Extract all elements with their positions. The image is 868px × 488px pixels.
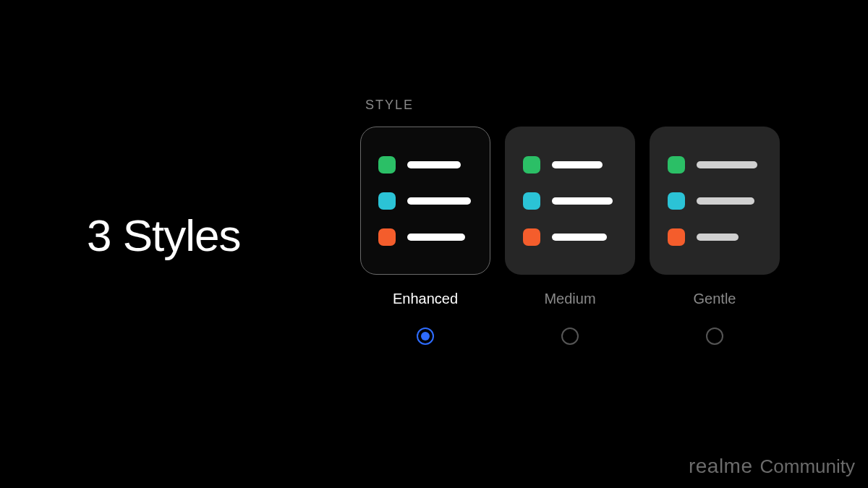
style-option-enhanced[interactable]: Enhanced bbox=[360, 127, 490, 345]
style-label-gentle: Gentle bbox=[694, 291, 736, 307]
bar-icon bbox=[407, 161, 461, 168]
list-row bbox=[523, 228, 617, 246]
color-swatch-cyan bbox=[378, 192, 396, 210]
style-card-medium[interactable] bbox=[505, 127, 635, 275]
color-swatch-orange bbox=[378, 228, 396, 246]
radio-gentle[interactable] bbox=[706, 328, 723, 345]
bar-icon bbox=[697, 197, 754, 205]
color-swatch-green bbox=[523, 156, 540, 174]
list-row bbox=[523, 192, 617, 210]
list-row bbox=[523, 156, 617, 174]
list-row bbox=[668, 192, 762, 210]
watermark: realme Community bbox=[689, 455, 855, 478]
style-card-gentle[interactable] bbox=[650, 127, 780, 275]
color-swatch-green bbox=[668, 156, 685, 174]
radio-enhanced[interactable] bbox=[417, 328, 434, 345]
watermark-brand: realme bbox=[689, 455, 753, 478]
style-option-medium[interactable]: Medium bbox=[505, 127, 635, 345]
page-title: 3 Styles bbox=[87, 210, 241, 261]
bar-icon bbox=[552, 197, 613, 205]
color-swatch-orange bbox=[668, 228, 685, 246]
color-swatch-cyan bbox=[523, 192, 540, 210]
list-row bbox=[378, 228, 472, 246]
style-option-gentle[interactable]: Gentle bbox=[650, 127, 780, 345]
bar-icon bbox=[407, 197, 471, 205]
color-swatch-orange bbox=[523, 228, 540, 246]
color-swatch-cyan bbox=[668, 192, 685, 210]
bar-icon bbox=[697, 161, 757, 168]
style-label-enhanced: Enhanced bbox=[393, 291, 458, 307]
list-row bbox=[668, 156, 762, 174]
list-row bbox=[378, 156, 472, 174]
style-card-enhanced[interactable] bbox=[360, 127, 490, 275]
list-row bbox=[668, 228, 762, 246]
watermark-sub: Community bbox=[760, 455, 855, 478]
bar-icon bbox=[407, 234, 465, 241]
style-label-medium: Medium bbox=[544, 291, 595, 307]
bar-icon bbox=[552, 234, 607, 241]
list-row bbox=[378, 192, 472, 210]
color-swatch-green bbox=[378, 156, 396, 174]
section-label-style: STYLE bbox=[365, 98, 414, 113]
style-options-row: Enhanced Medium bbox=[360, 127, 780, 345]
radio-medium[interactable] bbox=[561, 328, 579, 345]
bar-icon bbox=[697, 234, 739, 241]
bar-icon bbox=[552, 161, 603, 168]
